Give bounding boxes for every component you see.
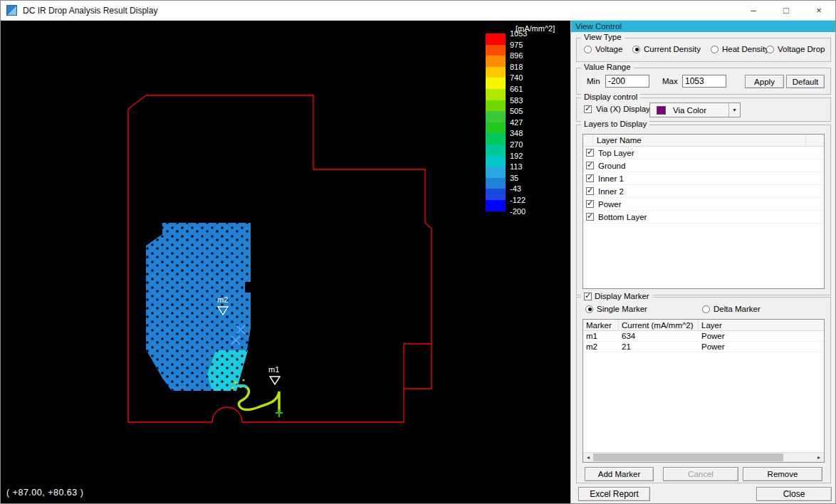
view-control-panel: View Control View Type Voltage Current D… <box>570 21 836 504</box>
layer-row[interactable]: Power <box>583 198 824 211</box>
legend-label: 192 <box>510 152 523 160</box>
default-button[interactable]: Default <box>786 75 825 88</box>
layers-header-end <box>805 135 824 146</box>
legend-label: 818 <box>510 63 523 71</box>
analysis-canvas[interactable]: m2 m1 [mA/mm^2] <box>1 21 570 504</box>
via-display-checkbox-box <box>584 105 592 113</box>
radio-heat-density-label: Heat Density <box>722 45 769 53</box>
layer-row[interactable]: Ground <box>583 159 824 172</box>
layer-checkbox[interactable] <box>586 162 594 169</box>
marker-cell: m1 <box>583 332 619 340</box>
layer-checkbox[interactable] <box>586 200 594 208</box>
layer-checkbox[interactable] <box>586 174 594 182</box>
legend-swatch <box>486 89 506 100</box>
legend-label: -43 <box>510 184 521 193</box>
main-window: DC IR Drop Analysis Result Display – □ × <box>0 0 836 504</box>
excel-report-button[interactable]: Excel Report <box>578 487 650 501</box>
layers-list-header: Layer Name <box>583 135 824 147</box>
radio-delta-marker[interactable]: Delta Marker <box>702 305 761 313</box>
layer-checkbox[interactable] <box>586 149 594 157</box>
marker-column-header: Marker <box>583 320 619 330</box>
layer-row[interactable]: Inner 2 <box>583 185 824 198</box>
legend-swatch <box>486 100 506 112</box>
current-trace <box>235 386 279 413</box>
value-range-group-label: Value Range <box>581 63 634 71</box>
current-trace-start <box>235 386 246 387</box>
marker-m1-triangle <box>270 377 280 384</box>
legend-label: 1053 <box>510 29 527 38</box>
min-label: Min <box>587 77 600 85</box>
radio-voltage-drop[interactable]: Voltage Drop <box>766 45 825 53</box>
marker-table-row[interactable]: m2 21 Power <box>583 342 824 352</box>
layers-header-spacer <box>583 135 593 146</box>
layer-row[interactable]: Top Layer <box>583 147 824 159</box>
apply-button[interactable]: Apply <box>745 75 784 88</box>
scroll-right-icon[interactable]: ▸ <box>814 453 824 462</box>
legend-label: 740 <box>510 73 523 82</box>
marker-table-header: Marker Current (mA/mm^2) Layer <box>583 320 824 331</box>
remove-button[interactable]: Remove <box>743 467 822 481</box>
display-marker-label: Display Marker <box>595 292 649 300</box>
scroll-left-icon[interactable]: ◂ <box>583 453 593 462</box>
radio-heat-density[interactable]: Heat Density <box>711 45 769 53</box>
close-button[interactable]: Close <box>756 487 832 501</box>
display-control-group-label: Display control <box>581 93 640 101</box>
maximize-button[interactable]: □ <box>770 1 803 20</box>
radio-current-density-circle <box>632 46 640 53</box>
scrollbar-thumb[interactable] <box>593 453 783 461</box>
min-input[interactable] <box>605 75 649 88</box>
legend-swatch <box>486 156 506 167</box>
layer-checkbox[interactable] <box>586 213 594 221</box>
layer-row[interactable]: Inner 1 <box>583 172 824 185</box>
legend-swatch <box>486 56 506 67</box>
radio-voltage-drop-label: Voltage Drop <box>778 45 825 53</box>
horizontal-scrollbar[interactable]: ◂ ▸ <box>583 452 824 462</box>
legend-label: 348 <box>510 129 523 137</box>
close-window-button[interactable]: × <box>803 1 835 20</box>
layer-name: Bottom Layer <box>598 213 647 221</box>
legend-swatch <box>486 78 506 89</box>
radio-current-density-label: Current Density <box>644 45 701 53</box>
marker-m2-label: m2 <box>217 295 228 304</box>
layers-group-label: Layers to Display <box>581 120 649 128</box>
radio-voltage[interactable]: Voltage <box>584 45 622 53</box>
legend-label: 661 <box>510 85 523 93</box>
legend-label: 505 <box>510 107 523 115</box>
max-input[interactable] <box>682 75 726 88</box>
via-display-label: Via (X) Display <box>596 105 650 113</box>
via-color-dropdown[interactable]: Via Color ▼ <box>649 103 741 117</box>
radio-voltage-circle <box>584 46 592 53</box>
legend-label: 583 <box>510 96 523 105</box>
layer-cell: Power <box>699 332 824 340</box>
via-color-swatch <box>657 106 666 115</box>
legend-label: 113 <box>510 162 523 171</box>
layers-group: Layers to Display Layer Name Top Layer G… <box>576 125 831 295</box>
radio-delta-marker-circle <box>702 305 710 313</box>
radio-single-marker-circle <box>585 305 593 313</box>
layer-name: Inner 2 <box>598 187 624 196</box>
app-icon <box>6 5 17 16</box>
radio-delta-marker-label: Delta Marker <box>714 305 761 313</box>
add-marker-button[interactable]: Add Marker <box>585 467 654 481</box>
legend-swatch <box>486 122 506 134</box>
chevron-down-icon[interactable]: ▼ <box>728 103 740 117</box>
via-display-checkbox[interactable]: Via (X) Display <box>584 105 650 113</box>
pcb-notch-outline <box>404 344 432 389</box>
display-marker-checkbox[interactable] <box>584 293 592 300</box>
minimize-button[interactable]: – <box>737 1 770 20</box>
window-title: DC IR Drop Analysis Result Display <box>23 6 157 16</box>
layer-cell: Power <box>699 342 824 351</box>
radio-single-marker[interactable]: Single Marker <box>585 305 647 313</box>
radio-current-density[interactable]: Current Density <box>632 45 701 53</box>
layers-list: Layer Name Top Layer Ground Inner 1 <box>582 134 825 289</box>
legend-swatch <box>486 33 506 45</box>
radio-voltage-label: Voltage <box>595 45 622 53</box>
layer-checkbox[interactable] <box>586 187 594 195</box>
display-marker-group: Display Marker Single Marker Delta Marke… <box>576 297 831 483</box>
marker-m1[interactable]: m1 <box>268 365 280 384</box>
marker-table-row[interactable]: m1 634 Power <box>583 331 824 342</box>
cancel-button[interactable]: Cancel <box>663 467 738 481</box>
legend-swatch <box>486 145 506 156</box>
radio-voltage-drop-circle <box>766 46 774 53</box>
layer-row[interactable]: Bottom Layer <box>583 211 824 224</box>
